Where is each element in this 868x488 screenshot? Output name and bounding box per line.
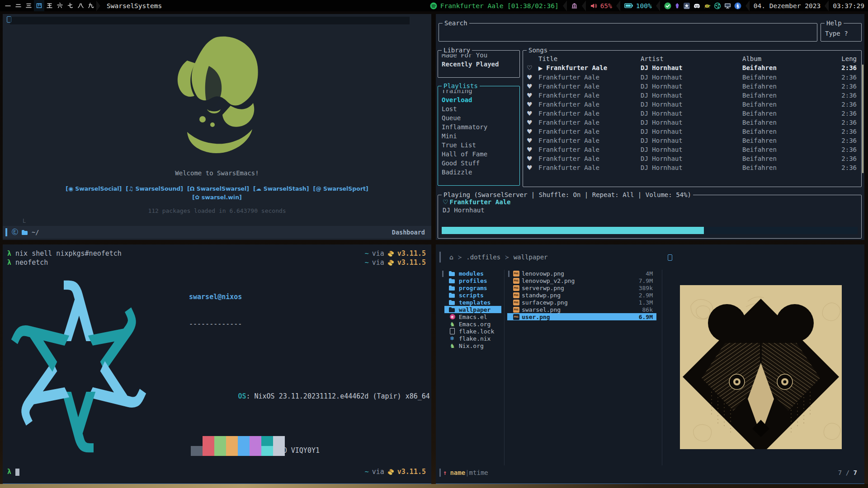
heart-icon[interactable]: ♥	[527, 109, 538, 118]
turtle-icon[interactable]	[703, 2, 711, 9]
search-input[interactable]	[439, 23, 817, 41]
song-row[interactable]: ♥ Frankfurter Aale DJ Hornhaut Beifahren…	[523, 145, 861, 154]
monitor-icon[interactable]	[724, 2, 731, 9]
syncthing-icon[interactable]	[714, 2, 721, 9]
playlist-item[interactable]: Mini	[438, 131, 519, 141]
file-row[interactable]: scripts	[444, 291, 501, 299]
file-row[interactable]: surfacewp.png 1.3M	[507, 299, 656, 306]
heart-icon[interactable]: ♥	[527, 82, 538, 91]
file-row[interactable]: swarsel.png 86k	[507, 306, 656, 313]
file-row[interactable]: lenovowp_v2.png 7.9M	[507, 277, 656, 284]
heart-icon[interactable]: ♥	[527, 127, 538, 136]
crystal-icon[interactable]	[674, 2, 680, 9]
sort-alt-key[interactable]: mtime	[469, 469, 488, 476]
workspace-button-1[interactable]	[3, 0, 13, 11]
dashboard-link-button[interactable]: [Ω SwarselSwarsel]	[187, 185, 249, 192]
building-widget[interactable]	[571, 2, 578, 9]
workspace-button-2[interactable]	[13, 0, 24, 11]
workspace-button-7[interactable]	[65, 0, 75, 11]
file-row[interactable]: lenovowp.png 4M	[507, 270, 656, 277]
steam-icon[interactable]	[683, 2, 690, 9]
file-row[interactable]: Emacs.el	[444, 313, 501, 320]
dashboard-link-button[interactable]: [☁ SwarselStash]	[253, 185, 309, 192]
battery-widget[interactable]: 100%	[624, 2, 652, 9]
parent-pane-scrollbar[interactable]	[442, 271, 443, 277]
file-row[interactable]: programs	[444, 284, 501, 291]
heart-icon[interactable]: ♡	[443, 198, 448, 206]
file-row[interactable]: user.png 6.9M	[507, 313, 656, 320]
song-row[interactable]: ♥ Frankfurter Aale DJ Hornhaut Beifahren…	[523, 91, 861, 100]
heart-icon[interactable]: ♥	[527, 154, 538, 163]
heart-icon[interactable]: ♥	[527, 145, 538, 154]
site-link-button[interactable]: [✿ swarsel.win]	[3, 194, 431, 201]
column-length[interactable]: Leng	[841, 54, 857, 63]
clock-time[interactable]: 03:37:29	[833, 2, 864, 9]
file-row[interactable]: standwp.png 2.9M	[507, 291, 656, 299]
breadcrumb-dir[interactable]: .dotfiles	[466, 253, 500, 261]
song-row[interactable]: ♡ ▶Frankfurter Aale DJ Hornhaut Beifahre…	[523, 63, 861, 73]
file-row[interactable]: Emacs.org	[444, 320, 501, 328]
modeline-path[interactable]: ~/	[32, 229, 39, 236]
playlist-item[interactable]: True List	[438, 141, 519, 150]
song-row[interactable]: ♥ Frankfurter Aale DJ Hornhaut Beifahren…	[523, 118, 861, 127]
now-playing-widget[interactable]: Frankfurter Aale [01:38/02:36]	[430, 2, 559, 9]
playlist-item[interactable]: Badizzle	[438, 168, 519, 177]
song-row[interactable]: ♥ Frankfurter Aale DJ Hornhaut Beifahren…	[523, 73, 861, 82]
heart-icon[interactable]: ♥	[527, 136, 538, 145]
checkmark-icon[interactable]	[664, 2, 671, 9]
clock-date[interactable]: 04. Dezember 2023	[754, 2, 821, 9]
file-row[interactable]: wallpaper	[444, 306, 501, 313]
heart-icon[interactable]: ♥	[527, 118, 538, 127]
songs-scrollbar[interactable]	[862, 65, 863, 173]
column-artist[interactable]: Artist	[641, 54, 742, 63]
playlist-item[interactable]: Hall of Fame	[438, 150, 519, 159]
file-row[interactable]: serverwp.png 389k	[507, 284, 656, 291]
file-row[interactable]: profiles	[444, 277, 501, 284]
file-row[interactable]: modules	[444, 270, 501, 277]
breadcrumb-dir[interactable]: wallpaper	[514, 253, 548, 261]
workspace-button-4-active[interactable]	[34, 0, 44, 11]
song-row[interactable]: ♥ Frankfurter Aale DJ Hornhaut Beifahren…	[523, 163, 861, 172]
dashboard-link-button[interactable]: [◉ SwarselSocial]	[66, 185, 122, 192]
dashboard-link-button[interactable]: [♫ SwarselSound]	[126, 185, 183, 192]
workspace-button-3[interactable]	[24, 0, 34, 11]
playlist-item[interactable]: Queue	[438, 113, 519, 122]
playing-track-title: Frankfurter Aale	[450, 198, 511, 206]
terminal-cursor[interactable]	[15, 469, 19, 476]
library-item[interactable]: Recently Played	[438, 60, 519, 69]
heart-icon[interactable]: ♥	[527, 100, 538, 109]
playlist-item[interactable]: Lost	[438, 104, 519, 113]
column-album[interactable]: Album	[742, 54, 841, 63]
playlist-item[interactable]: Overload	[438, 95, 519, 104]
playlist-item[interactable]: Good Stuff	[438, 159, 519, 168]
heart-icon[interactable]: ♡	[527, 63, 538, 73]
heart-icon[interactable]: ♥	[527, 163, 538, 172]
song-row[interactable]: ♥ Frankfurter Aale DJ Hornhaut Beifahren…	[523, 154, 861, 163]
workspace-button-5[interactable]	[44, 0, 55, 11]
volume-widget[interactable]: 65%	[590, 2, 612, 9]
song-row[interactable]: ♥ Frankfurter Aale DJ Hornhaut Beifahren…	[523, 109, 861, 118]
sort-key[interactable]: name	[450, 469, 465, 476]
file-row[interactable]: templates	[444, 299, 501, 306]
home-icon[interactable]: ⌂	[449, 253, 453, 261]
file-row[interactable]: flake.nix	[444, 335, 501, 342]
window-terminal[interactable]: λ nix shell nixpkgs#neofetch ~viav3.11.5…	[3, 244, 431, 484]
song-row[interactable]: ♥ Frankfurter Aale DJ Hornhaut Beifahren…	[523, 127, 861, 136]
song-row[interactable]: ♥ Frankfurter Aale DJ Hornhaut Beifahren…	[523, 136, 861, 145]
song-row[interactable]: ♥ Frankfurter Aale DJ Hornhaut Beifahren…	[523, 100, 861, 109]
discord-icon[interactable]	[693, 2, 701, 9]
heart-icon[interactable]: ♥	[527, 73, 538, 82]
dashboard-link-button[interactable]: [@ SwarselSport]	[313, 185, 368, 192]
heart-icon[interactable]: ♥	[527, 91, 538, 100]
workspace-button-6[interactable]	[55, 0, 65, 11]
song-row[interactable]: ♥ Frankfurter Aale DJ Hornhaut Beifahren…	[523, 82, 861, 91]
file-row[interactable]: flake.lock	[444, 328, 501, 335]
bluetooth-icon[interactable]	[734, 2, 741, 9]
column-title[interactable]: Title	[538, 54, 641, 63]
workspace-button-9[interactable]	[86, 0, 96, 11]
workspace-button-8[interactable]	[75, 0, 86, 11]
progress-track[interactable]	[442, 227, 858, 234]
file-row[interactable]: Nix.org	[444, 342, 501, 349]
playlist-item[interactable]: Inflammatory	[438, 122, 519, 131]
sort-direction-arrow[interactable]: ↑	[443, 469, 447, 476]
